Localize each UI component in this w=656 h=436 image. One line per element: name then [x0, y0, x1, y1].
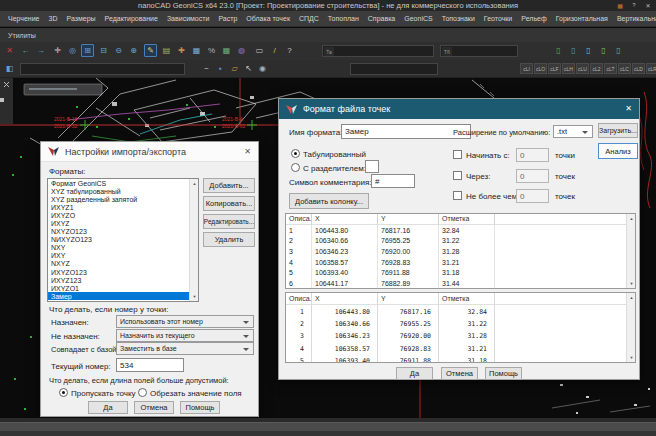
copy-format-button[interactable]: Копировать...	[203, 196, 255, 211]
start-from-input[interactable]: 0	[516, 148, 549, 162]
format-item[interactable]: XYZ разделенный запятой	[48, 195, 198, 203]
format-item[interactable]: ИXY	[48, 252, 198, 260]
format-item[interactable]: ИXYZ1	[48, 203, 198, 211]
format-item[interactable]: NXYZO123	[48, 228, 198, 236]
folder-icon[interactable]: ▱	[228, 62, 241, 75]
scroll-up-icon[interactable]: ▲	[190, 179, 199, 188]
menu-rastr[interactable]: Растр	[218, 15, 237, 22]
app-icon[interactable]: ✕	[3, 44, 16, 57]
close-icon[interactable]: ✕	[643, 1, 653, 9]
format-item[interactable]: ИXYZ123	[48, 276, 198, 284]
menu-spravka[interactable]: Справка	[368, 15, 395, 22]
preview-table[interactable]: Описа... X Y Отметка 1106443.8076817.163…	[285, 292, 636, 363]
menu-relief[interactable]: Рельеф	[521, 15, 546, 22]
layer-btn-cli[interactable]: cLI	[520, 63, 533, 74]
menu-3d[interactable]: 3D	[49, 15, 58, 22]
minus-icon[interactable]: −	[200, 62, 213, 75]
format-help-button[interactable]: Помощь	[485, 367, 522, 380]
step-input[interactable]: 0	[516, 169, 549, 183]
scroll-down-icon[interactable]: ▼	[627, 353, 636, 362]
zoom-in-icon[interactable]: ⊕	[127, 44, 140, 57]
col-header-mark[interactable]: Отметка	[439, 214, 495, 225]
edit-format-button[interactable]: Редактировать...	[203, 214, 255, 229]
layer-icon[interactable]: ◧	[3, 62, 16, 75]
analyze-button[interactable]: Анализ	[598, 143, 638, 159]
max-checkbox[interactable]	[453, 191, 462, 200]
menu-oblaka-tochek[interactable]: Облака точек	[246, 15, 290, 22]
col-header-y[interactable]: Y	[378, 214, 439, 225]
help-icon[interactable]: ?	[629, 1, 639, 9]
layer-btn-clr[interactable]: cLR	[646, 63, 656, 74]
layer-btn-clf[interactable]: cLF	[548, 63, 561, 74]
draw-icon[interactable]: ✎	[144, 44, 157, 57]
layer-btn-clt[interactable]: cLT	[604, 63, 617, 74]
matches-combo[interactable]: Заместить в базе	[116, 342, 254, 355]
step-checkbox[interactable]	[453, 171, 462, 180]
import-help-button[interactable]: Помощь	[180, 401, 220, 414]
command-line-bar[interactable]	[0, 422, 656, 431]
layer-btn-clc[interactable]: cLC	[618, 63, 631, 74]
style-combo[interactable]	[350, 63, 438, 75]
geonics-doc-icon-1[interactable]: ▯	[552, 44, 565, 57]
load-button[interactable]: Загрузить...	[598, 123, 638, 138]
skip-point-radio[interactable]	[59, 388, 68, 397]
col-header-y[interactable]: Y	[378, 293, 439, 305]
scroll-down-icon[interactable]: ▼	[627, 279, 636, 288]
menu-spds[interactable]: СПДС	[299, 15, 319, 22]
measure-icon[interactable]: /	[268, 44, 281, 57]
scroll-up-icon[interactable]: ▲	[627, 214, 636, 223]
col-header-desc[interactable]: Описа...	[286, 214, 312, 225]
table-icon[interactable]: ▦	[220, 44, 233, 57]
current-number-input[interactable]: 534	[116, 358, 184, 372]
notebook-icon[interactable]: ▤	[160, 44, 173, 57]
format-item[interactable]: XYZ табулированный	[48, 187, 198, 195]
scroll-down-icon[interactable]: ▼	[190, 292, 199, 301]
delimiter-input[interactable]	[365, 160, 379, 173]
formats-list[interactable]: Формат GeoniCS XYZ табулированный XYZ ра…	[47, 178, 199, 302]
geonics-doc-icon-3[interactable]: ▯	[582, 44, 595, 57]
format-item[interactable]: Формат GeoniCS	[48, 179, 198, 187]
format-item[interactable]: ИXYZO	[48, 211, 198, 219]
start-from-checkbox[interactable]	[453, 150, 462, 159]
back-icon[interactable]: ←	[19, 44, 32, 57]
layer-combo[interactable]	[20, 63, 185, 75]
menu-redaktirovanie[interactable]: Редактирование	[105, 15, 158, 22]
menu-zavisimosti[interactable]: Зависимости	[167, 15, 209, 22]
formats-scrollbar[interactable]: ▲ ▼	[189, 179, 198, 301]
col-header-mark[interactable]: Отметка	[439, 293, 495, 305]
square-icon[interactable]: ▪	[214, 62, 227, 75]
search-field-1[interactable]: Та	[322, 45, 434, 57]
arrow-icon[interactable]: ↖	[242, 62, 255, 75]
zoom-previous-icon[interactable]: ⊟	[97, 44, 110, 57]
columns-table[interactable]: Описа... X Y Отметка 1106443.8076817.163…	[285, 213, 636, 289]
scroll-up-icon[interactable]: ▲	[627, 293, 636, 302]
geonics-doc-icon-5[interactable]: ▯	[612, 44, 625, 57]
layer-btn-cl2[interactable]: cL2	[590, 63, 603, 74]
menu-utility[interactable]: Утилиты	[8, 32, 36, 39]
toolbar-help-icon[interactable]: ?	[283, 44, 296, 57]
col-header-x[interactable]: X	[312, 293, 378, 305]
import-cancel-button[interactable]: Отмена	[134, 401, 174, 414]
percent-icon[interactable]: %	[205, 44, 218, 57]
import-dialog-titlebar[interactable]: Настройки импорта/экспорта ✕	[41, 142, 258, 162]
add-format-button[interactable]: Добавить...	[203, 178, 255, 193]
table1-scrollbar[interactable]: ▲ ▼	[626, 214, 635, 288]
delete-format-button[interactable]: Удалить	[203, 232, 255, 247]
format-item[interactable]: NИXYZO123	[48, 236, 198, 244]
paste-icon[interactable]: ▦	[190, 44, 203, 57]
zoom-out-icon[interactable]: ⊖	[112, 44, 125, 57]
section-icon[interactable]: ▭	[253, 44, 266, 57]
globe-icon[interactable]: ◍	[235, 44, 248, 57]
pin-icon[interactable]: ◉	[256, 62, 269, 75]
zoom-realtime-icon[interactable]: ◎	[66, 44, 79, 57]
menu-cherchenie[interactable]: Черчение	[8, 15, 40, 22]
format-item[interactable]: NXYZ	[48, 260, 198, 268]
tools-icon[interactable]: ✚	[175, 44, 188, 57]
panel-icon[interactable]: ▦	[615, 1, 625, 9]
format-item[interactable]: ИXYZO123	[48, 268, 198, 276]
menu-topoplan[interactable]: Топоплан	[328, 15, 359, 22]
menu-geotochki[interactable]: Геоточки	[484, 15, 512, 22]
assigned-combo[interactable]: Использовать этот номер	[116, 315, 254, 328]
import-dialog-close-icon[interactable]: ✕	[244, 147, 251, 156]
format-dialog-close-icon[interactable]: ✕	[625, 104, 632, 113]
